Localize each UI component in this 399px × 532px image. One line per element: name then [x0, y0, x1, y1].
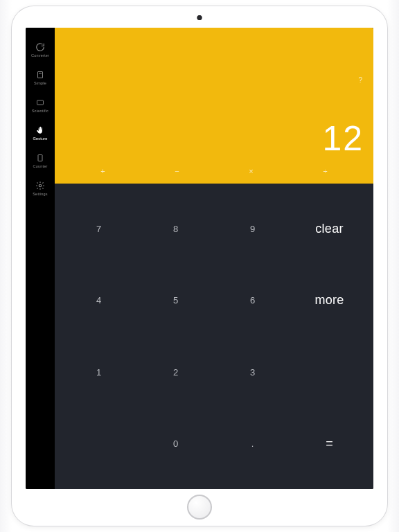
gear-icon — [35, 181, 46, 190]
key-blank — [291, 337, 368, 408]
key-7[interactable]: 7 — [60, 193, 137, 265]
hand-icon — [35, 125, 46, 135]
calculator-icon — [35, 70, 46, 80]
key-3[interactable]: 3 — [214, 337, 291, 408]
screen: Converter Simple Scientific — [26, 28, 373, 489]
display-value: 12 — [64, 121, 364, 156]
sidebar-item-label: Settings — [33, 192, 47, 196]
svg-rect-0 — [38, 72, 43, 78]
display-panel: ? 12 + − × ÷ — [55, 28, 373, 184]
key-equals[interactable]: = — [291, 408, 368, 479]
counter-icon — [35, 153, 46, 163]
op-multiply[interactable]: × — [245, 167, 258, 175]
svg-rect-6 — [38, 155, 42, 161]
sidebar-item-counter[interactable]: Counter — [26, 151, 55, 170]
key-8[interactable]: 8 — [137, 193, 214, 265]
sidebar-item-label: Counter — [33, 164, 48, 168]
op-minus[interactable]: − — [170, 167, 184, 175]
key-6[interactable]: 6 — [214, 265, 291, 336]
sidebar-item-converter[interactable]: Converter — [26, 40, 55, 60]
svg-rect-2 — [37, 100, 44, 105]
key-1[interactable]: 1 — [60, 337, 137, 408]
op-divide[interactable]: ÷ — [319, 167, 332, 175]
key-dot[interactable]: . — [214, 408, 291, 479]
key-0[interactable]: 0 — [137, 408, 214, 479]
sidebar-item-label: Scientific — [32, 109, 48, 113]
device-camera — [197, 15, 202, 20]
home-button[interactable] — [187, 495, 212, 520]
sidebar-item-gesture[interactable]: Gesture — [26, 123, 55, 143]
key-5[interactable]: 5 — [137, 265, 214, 336]
scientific-icon — [35, 98, 46, 107]
operator-row: + − × ÷ — [64, 167, 364, 178]
sidebar-item-label: Gesture — [33, 136, 48, 141]
sidebar-item-label: Converter — [31, 53, 49, 57]
key-4[interactable]: 4 — [60, 265, 137, 336]
key-2[interactable]: 2 — [137, 337, 214, 408]
main: ? 12 + − × ÷ 7 8 9 clear 4 5 6 more 1 — [55, 28, 373, 489]
help-button[interactable]: ? — [358, 76, 362, 84]
sidebar-item-simple[interactable]: Simple — [26, 68, 55, 87]
keypad: 7 8 9 clear 4 5 6 more 1 2 3 0 . = — [55, 184, 373, 489]
ipad-frame: Converter Simple Scientific — [12, 6, 387, 526]
sidebar-item-label: Simple — [34, 81, 46, 85]
key-more[interactable]: more — [291, 265, 368, 336]
op-plus[interactable]: + — [96, 167, 110, 175]
sidebar: Converter Simple Scientific — [26, 28, 55, 489]
key-blank — [60, 408, 137, 479]
sidebar-item-scientific[interactable]: Scientific — [26, 96, 55, 115]
svg-point-7 — [39, 184, 42, 187]
refresh-icon — [35, 42, 46, 52]
sidebar-item-settings[interactable]: Settings — [26, 179, 55, 198]
key-clear[interactable]: clear — [291, 193, 368, 265]
key-9[interactable]: 9 — [214, 193, 291, 265]
